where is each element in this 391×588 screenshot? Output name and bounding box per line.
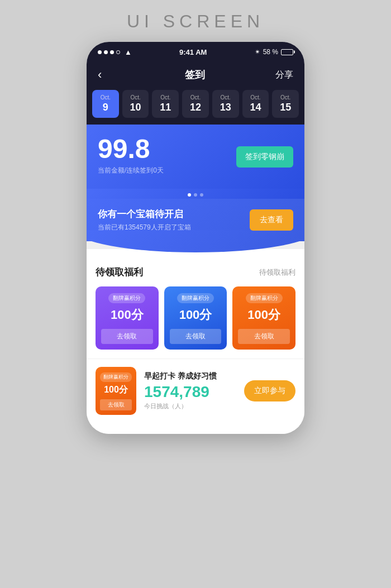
reward-collect-btn-1[interactable]: 去领取 [170, 329, 222, 344]
status-right: ✴ 58 % [255, 48, 293, 56]
dot4 [116, 50, 120, 54]
reward-card-1[interactable]: 翻牌赢积分 100分 去领取 [164, 286, 227, 350]
cal-day-2[interactable]: Oct. 11 [152, 90, 179, 118]
cal-month-1: Oct. [130, 94, 140, 101]
treasure-text: 你有一个宝箱待开启 当前已有1354579人开启了宝箱 [98, 208, 191, 232]
page-wrapper: UI SCREEN ▲ 9:41 AM ✴ 58 % ‹ 签到 分享 [0, 0, 391, 588]
challenge-number: 1574,789 [144, 384, 236, 401]
reward-tag-0: 翻牌赢积分 [108, 293, 145, 303]
phone-frame: ▲ 9:41 AM ✴ 58 % ‹ 签到 分享 Oct. 9 Oct. 10 [87, 42, 304, 434]
cal-month-6: Oct. [280, 94, 290, 101]
page-title: 签到 [185, 68, 205, 82]
cal-month-5: Oct. [250, 94, 260, 101]
status-left: ▲ [98, 48, 132, 56]
cal-day-6[interactable]: Oct. 15 [272, 90, 299, 118]
balance-desc: 当前金额/连续签到0天 [98, 166, 293, 175]
cal-month-3: Oct. [190, 94, 201, 101]
cal-day-4[interactable]: Oct. 13 [212, 90, 239, 118]
reward-points-1: 100分 [179, 307, 212, 323]
reward-collect-btn-2[interactable]: 去领取 [238, 329, 290, 344]
challenge-section: 翻牌赢积分 100分 去领取 早起打卡 养成好习惯 1574,789 今日挑战（… [87, 359, 304, 423]
status-bar: ▲ 9:41 AM ✴ 58 % [87, 42, 304, 62]
cal-month-0: Oct. [101, 94, 111, 101]
challenge-pts: 100分 [104, 384, 128, 396]
battery-pct: 58 % [263, 48, 278, 56]
reward-points-0: 100分 [111, 307, 144, 323]
bottom-space [87, 423, 304, 434]
card-dots [87, 189, 304, 199]
challenge-tag: 翻牌赢积分 [100, 372, 132, 382]
card-dot-2 [200, 193, 203, 197]
cal-month-4: Oct. [221, 94, 231, 101]
reward-points-2: 100分 [247, 307, 280, 323]
treasure-subtitle: 当前已有1354579人开启了宝箱 [98, 223, 191, 232]
reward-card-0[interactable]: 翻牌赢积分 100分 去领取 [96, 286, 159, 350]
welfare-section: 待领取福利 待领取福利 翻牌赢积分 100分 去领取 翻牌赢积分 100分 去领… [87, 249, 304, 358]
cal-day-1[interactable]: Oct. 10 [122, 90, 149, 118]
back-button[interactable]: ‹ [98, 68, 115, 82]
share-button[interactable]: 分享 [275, 69, 293, 81]
balance-card: 99.8 当前金额/连续签到0天 签到零钢崩 [87, 125, 304, 189]
section-link[interactable]: 待领取福利 [259, 267, 295, 278]
section-title: 待领取福利 [96, 266, 143, 279]
card-grid: 翻牌赢积分 100分 去领取 翻牌赢积分 100分 去领取 翻牌赢积分 100分… [96, 286, 295, 350]
challenge-join-btn[interactable]: 立即参与 [244, 380, 295, 401]
calendar-strip: Oct. 9 Oct. 10 Oct. 11 Oct. 12 Oct. 13 O… [87, 90, 304, 125]
cal-num-6: 15 [280, 102, 291, 113]
bluetooth-icon: ✴ [255, 48, 260, 56]
cal-num-3: 12 [190, 102, 201, 113]
challenge-heading: 早起打卡 养成好习惯 [144, 371, 236, 381]
reward-tag-2: 翻牌赢积分 [246, 293, 283, 303]
dot3 [110, 50, 114, 54]
cal-num-4: 13 [220, 102, 231, 113]
reward-tag-1: 翻牌赢积分 [177, 293, 214, 303]
cal-num-2: 11 [160, 102, 171, 113]
challenge-info: 早起打卡 养成好习惯 1574,789 今日挑战（人） [144, 371, 236, 410]
challenge-card: 翻牌赢积分 100分 去领取 [96, 367, 136, 415]
ui-screen-label: UI SCREEN [127, 11, 264, 32]
status-time: 9:41 AM [179, 48, 207, 56]
cal-month-2: Oct. [160, 94, 170, 101]
cal-num-5: 14 [250, 102, 261, 113]
cal-num-1: 10 [130, 102, 141, 113]
card-dot-1 [194, 193, 197, 197]
battery-bar [281, 49, 293, 55]
dot2 [104, 50, 108, 54]
dot1 [98, 50, 102, 54]
section-header: 待领取福利 待领取福利 [96, 266, 295, 279]
cal-day-5[interactable]: Oct. 14 [242, 90, 269, 118]
wifi-icon: ▲ [125, 48, 132, 56]
checkin-button[interactable]: 签到零钢崩 [236, 146, 293, 168]
reward-card-2[interactable]: 翻牌赢积分 100分 去领取 [232, 286, 295, 350]
challenge-people: 今日挑战（人） [144, 402, 236, 410]
treasure-btn[interactable]: 去查看 [250, 209, 293, 231]
cal-day-0[interactable]: Oct. 9 [92, 90, 119, 118]
treasure-section: 你有一个宝箱待开启 当前已有1354579人开启了宝箱 去查看 [87, 199, 304, 241]
reward-collect-btn-0[interactable]: 去领取 [101, 329, 153, 344]
card-dot-0 [188, 193, 191, 197]
cal-num-0: 9 [103, 102, 108, 113]
treasure-title: 你有一个宝箱待开启 [98, 208, 191, 221]
cal-day-3[interactable]: Oct. 12 [182, 90, 209, 118]
challenge-collect-btn[interactable]: 去领取 [100, 399, 132, 410]
nav-bar: ‹ 签到 分享 [87, 62, 304, 90]
